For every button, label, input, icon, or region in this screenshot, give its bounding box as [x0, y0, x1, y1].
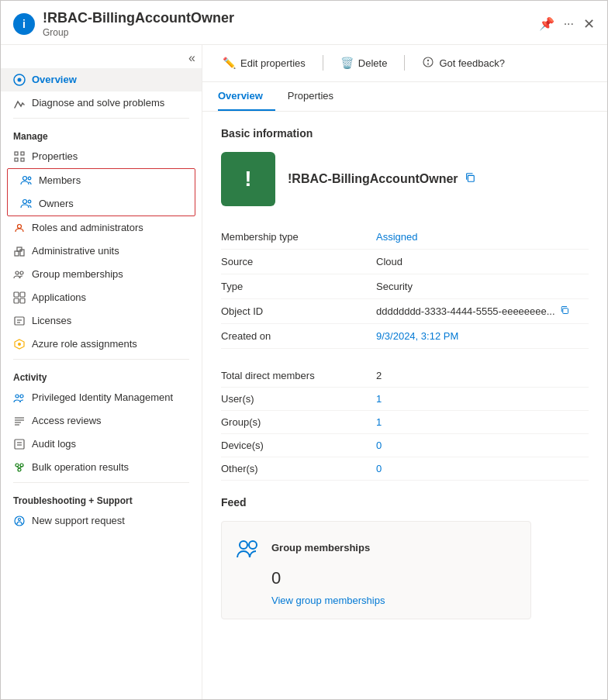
- svg-point-10: [18, 224, 22, 228]
- feed-card-icon: [234, 534, 262, 562]
- feed-card: Group memberships 0 View group membershi…: [221, 521, 531, 619]
- svg-line-38: [19, 467, 22, 468]
- feed-card-header: Group memberships: [234, 534, 518, 562]
- window-subtitle: Group: [43, 27, 539, 38]
- view-group-memberships-link[interactable]: View group memberships: [271, 595, 518, 606]
- stat-row-devices: Device(s) 0: [221, 434, 589, 457]
- svg-point-40: [19, 518, 21, 520]
- feedback-button[interactable]: Got feedback?: [417, 53, 510, 74]
- toolbar-separator-1: [323, 55, 323, 71]
- diagnose-icon: [13, 97, 26, 109]
- overview-label: Overview: [32, 74, 77, 85]
- info-row-type: Type Security: [221, 274, 589, 299]
- collapse-button[interactable]: «: [1, 45, 202, 68]
- svg-rect-4: [15, 158, 18, 161]
- info-row-object-id: Object ID dddddddd-3333-4444-5555-eeeeee…: [221, 299, 589, 324]
- object-id-label: Object ID: [221, 305, 376, 317]
- title-text: !RBAC-BillingAccountOwner Group: [43, 10, 539, 38]
- divider-1: [13, 118, 189, 119]
- edit-properties-button[interactable]: ✏️ Edit properties: [218, 53, 310, 72]
- svg-rect-11: [15, 251, 19, 256]
- sidebar-item-properties[interactable]: Properties: [1, 145, 202, 168]
- svg-point-14: [16, 271, 19, 274]
- divider-2: [13, 359, 189, 360]
- delete-button[interactable]: 🗑️ Delete: [336, 53, 392, 72]
- type-value: Security: [376, 281, 413, 292]
- sidebar-item-owners[interactable]: Owners: [8, 192, 195, 216]
- sidebar-item-support[interactable]: New support request: [1, 509, 202, 533]
- toolbar-separator-2: [404, 55, 405, 71]
- svg-rect-45: [562, 308, 568, 313]
- audit-logs-icon: [13, 438, 26, 450]
- users-value[interactable]: 1: [376, 393, 382, 405]
- created-on-label: Created on: [221, 330, 376, 342]
- properties-label: Properties: [32, 150, 78, 162]
- svg-point-35: [20, 464, 23, 467]
- sidebar-item-members[interactable]: Members: [8, 169, 195, 192]
- stats-section: Total direct members 2 User(s) 1 Group(s…: [221, 364, 589, 481]
- pin-icon[interactable]: 📌: [539, 16, 554, 31]
- access-reviews-icon: [13, 415, 26, 427]
- groups-value[interactable]: 1: [376, 416, 382, 428]
- audit-logs-label: Audit logs: [32, 438, 76, 450]
- sidebar-item-azure-roles[interactable]: Azure role assignments: [1, 333, 202, 356]
- azure-roles-label: Azure role assignments: [32, 338, 137, 350]
- pim-label: Privileged Identity Management: [32, 391, 173, 403]
- svg-point-24: [18, 343, 21, 346]
- svg-point-9: [28, 200, 31, 203]
- roles-icon: [13, 222, 26, 234]
- tabs: Overview Properties: [202, 82, 607, 112]
- licenses-icon: [13, 315, 26, 327]
- others-value[interactable]: 0: [376, 463, 382, 474]
- svg-rect-31: [15, 440, 24, 449]
- sidebar-item-audit-logs[interactable]: Audit logs: [1, 433, 202, 456]
- close-button[interactable]: ✕: [583, 16, 595, 33]
- content-area: ✏️ Edit properties 🗑️ Delete Got feedbac…: [202, 45, 607, 699]
- sidebar-item-admin-units[interactable]: Administrative units: [1, 240, 202, 263]
- sidebar-item-overview[interactable]: Overview: [1, 68, 202, 91]
- copy-object-id-button[interactable]: [560, 305, 569, 317]
- diagnose-label: Diagnose and solve problems: [32, 97, 164, 109]
- sidebar-item-group-memberships[interactable]: Group memberships: [1, 263, 202, 286]
- info-row-created-on: Created on 9/3/2024, 3:12 PM: [221, 324, 589, 349]
- svg-point-25: [16, 395, 19, 398]
- tab-overview[interactable]: Overview: [218, 82, 275, 111]
- sidebar-item-bulk-ops[interactable]: Bulk operation results: [1, 456, 202, 479]
- pim-icon: [13, 391, 26, 404]
- admin-units-label: Administrative units: [32, 245, 119, 257]
- group-header: ! !RBAC-BillingAccountOwner: [221, 152, 589, 206]
- properties-icon: [13, 150, 26, 163]
- svg-point-1: [18, 78, 22, 81]
- svg-point-15: [20, 271, 23, 274]
- devices-label: Device(s): [221, 440, 376, 451]
- more-options-icon[interactable]: ···: [564, 17, 574, 31]
- svg-rect-18: [14, 298, 19, 303]
- sidebar-item-diagnose[interactable]: Diagnose and solve problems: [1, 91, 202, 115]
- licenses-label: Licenses: [32, 315, 71, 326]
- window-title: !RBAC-BillingAccountOwner: [43, 10, 539, 27]
- sidebar-item-roles[interactable]: Roles and administrators: [1, 216, 202, 240]
- group-name-row: !RBAC-BillingAccountOwner: [288, 172, 475, 186]
- svg-rect-2: [15, 152, 18, 155]
- svg-rect-44: [468, 175, 474, 181]
- sidebar-item-licenses[interactable]: Licenses: [1, 309, 202, 333]
- devices-value[interactable]: 0: [376, 440, 382, 451]
- feed-card-count: 0: [271, 568, 518, 588]
- app-icon: i: [13, 13, 35, 35]
- sidebar-item-pim[interactable]: Privileged Identity Management: [1, 386, 202, 409]
- tab-properties[interactable]: Properties: [288, 82, 346, 111]
- troubleshoot-section-label: Troubleshooting + Support: [1, 486, 202, 509]
- copy-name-button[interactable]: [465, 172, 475, 185]
- sidebar-item-access-reviews[interactable]: Access reviews: [1, 409, 202, 433]
- applications-icon: [13, 291, 26, 304]
- object-id-value: dddddddd-3333-4444-5555-eeeeeeee...: [376, 305, 569, 317]
- svg-rect-5: [21, 158, 24, 161]
- bulk-ops-label: Bulk operation results: [32, 461, 129, 473]
- sidebar-item-applications[interactable]: Applications: [1, 286, 202, 309]
- info-row-membership-type: Membership type Assigned: [221, 225, 589, 250]
- svg-point-26: [20, 395, 23, 398]
- stat-row-total: Total direct members 2: [221, 364, 589, 388]
- svg-point-6: [23, 176, 27, 180]
- owners-icon: [20, 198, 33, 210]
- membership-type-label: Membership type: [221, 231, 376, 243]
